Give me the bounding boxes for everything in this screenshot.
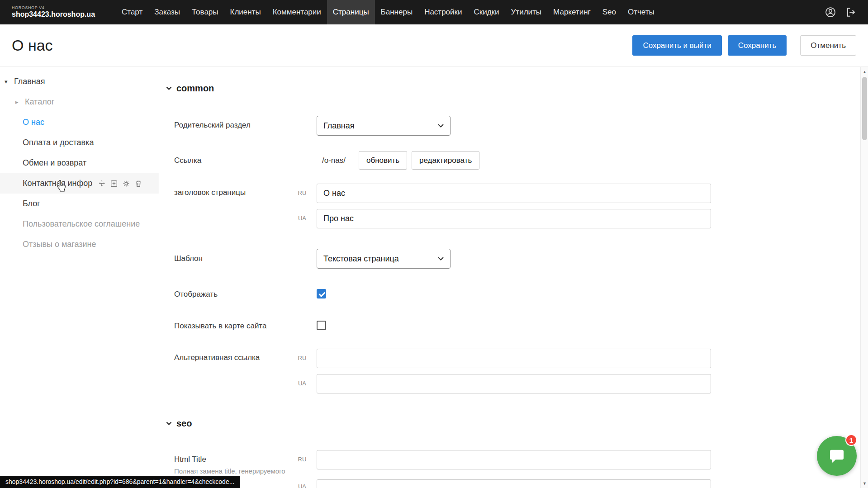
link-edit-button[interactable]: редактировать: [412, 151, 479, 170]
lang-ru-badge: RU: [294, 190, 311, 196]
collapse-chevron-icon: [166, 422, 172, 426]
tree-item-kontaktnaya-info[interactable]: Контактная инфор: [0, 173, 159, 194]
menu-item-clients[interactable]: Клиенты: [224, 0, 267, 24]
tree-item-label: Каталог: [25, 97, 54, 107]
lang-ru-badge: RU: [294, 456, 311, 463]
template-label: Шаблон: [174, 253, 203, 265]
html-title-label: Html Title: [174, 454, 206, 465]
lang-ua-badge: UA: [294, 380, 311, 387]
parent-section-label: Родительский раздел: [174, 119, 251, 131]
save-and-exit-button[interactable]: Сохранить и выйти: [632, 35, 721, 56]
main-menu: Старт Заказы Товары Клиенты Комментарии …: [116, 0, 660, 24]
page-title-field-label: заголовок страницы: [174, 187, 246, 199]
caret-right-icon[interactable]: ▸: [15, 99, 21, 105]
chat-unread-badge: 1: [845, 434, 857, 446]
lang-ua-badge: UA: [294, 215, 311, 222]
menu-item-seo[interactable]: Seo: [597, 0, 622, 24]
alt-link-ua-input[interactable]: [317, 374, 711, 393]
link-label: Ссылка: [174, 155, 201, 166]
add-page-icon[interactable]: [110, 180, 118, 188]
link-update-button[interactable]: обновить: [359, 151, 407, 170]
tree-item-store-reviews[interactable]: Отзывы о магазине: [0, 234, 159, 255]
collapse-chevron-icon: [166, 86, 172, 90]
link-path-value: /o-nas/: [322, 155, 346, 166]
display-label: Отображать: [174, 289, 218, 300]
tree-item-katalog[interactable]: ▸ Каталог: [0, 92, 159, 112]
brand-domain-label: shop34423.horoshop.ua: [12, 10, 95, 19]
pages-tree-sidebar: ▾ Главная ▸ Каталог О нас Оплата и доста…: [0, 67, 159, 488]
chevron-down-icon: [438, 257, 444, 261]
html-title-ru-input[interactable]: [317, 450, 711, 469]
page-header: О нас Сохранить и выйти Сохранить Отмени…: [0, 24, 868, 67]
alt-link-label: Альтернативная ссылка: [174, 352, 260, 364]
menu-item-start[interactable]: Старт: [116, 0, 148, 24]
caret-down-icon[interactable]: ▾: [5, 78, 10, 85]
tree-item-label: Пользовательское соглашение: [23, 219, 140, 229]
section-seo-header[interactable]: seo: [166, 418, 192, 429]
scrollbar-thumb[interactable]: [862, 77, 867, 140]
tree-item-o-nas[interactable]: О нас: [0, 112, 159, 133]
html-title-ua-input[interactable]: [317, 479, 711, 488]
chat-widget-button[interactable]: 1: [817, 436, 857, 476]
tree-item-label: О нас: [23, 118, 44, 127]
menu-item-reports[interactable]: Отчеты: [622, 0, 660, 24]
display-checkbox[interactable]: [317, 289, 326, 298]
html-title-hint: Полная замена title, генерируемого: [174, 467, 285, 476]
vertical-scrollbar[interactable]: ▲ ▼: [860, 67, 868, 488]
page-title-ru-input[interactable]: [317, 184, 711, 203]
menu-item-marketing[interactable]: Маркетинг: [547, 0, 597, 24]
template-select[interactable]: Текстовая страница: [317, 249, 451, 269]
delete-trash-icon[interactable]: [134, 180, 142, 188]
tree-item-label: Отзывы о магазине: [23, 240, 96, 249]
menu-item-utilities[interactable]: Утилиты: [505, 0, 548, 24]
tree-item-obmen-vozvrat[interactable]: Обмен и возврат: [0, 153, 159, 173]
cancel-button[interactable]: Отменить: [800, 35, 856, 56]
sitemap-label: Показывать в карте сайта: [174, 320, 266, 332]
tree-item-glavnaya[interactable]: ▾ Главная: [0, 71, 159, 92]
section-common-header[interactable]: common: [166, 83, 214, 94]
scroll-down-arrow[interactable]: ▼: [861, 479, 868, 487]
lang-ru-badge: RU: [294, 355, 311, 361]
chat-bubble-icon: [827, 447, 846, 465]
tree-item-label: Оплата и доставка: [23, 138, 94, 147]
tree-item-label: Блог: [23, 199, 40, 208]
header-buttons: Сохранить и выйти Сохранить Отменить: [632, 35, 856, 56]
menu-item-discounts[interactable]: Скидки: [468, 0, 505, 24]
menu-item-products[interactable]: Товары: [186, 0, 224, 24]
menu-item-orders[interactable]: Заказы: [148, 0, 186, 24]
menu-item-comments[interactable]: Комментарии: [267, 0, 327, 24]
page-title: О нас: [12, 37, 53, 54]
scroll-up-arrow[interactable]: ▲: [861, 68, 868, 76]
move-icon[interactable]: [98, 180, 106, 188]
save-button[interactable]: Сохранить: [728, 35, 787, 56]
page-title-ua-input[interactable]: [317, 209, 711, 228]
user-account-icon[interactable]: [825, 6, 836, 18]
menu-item-settings[interactable]: Настройки: [418, 0, 468, 24]
tree-item-label: Обмен и возврат: [23, 158, 86, 168]
alt-link-ru-input[interactable]: [317, 349, 711, 368]
menu-item-pages[interactable]: Страницы: [327, 0, 375, 24]
status-url-tooltip: shop34423.horoshop.ua/edit/edit.php?id=6…: [0, 476, 240, 488]
tree-item-actions: [98, 180, 142, 188]
topbar-right-actions: [825, 6, 857, 18]
tree-item-label: Главная: [14, 77, 45, 86]
tree-item-label: Контактная инфор: [23, 179, 92, 188]
lang-ua-badge: UA: [294, 483, 311, 488]
sitemap-checkbox[interactable]: [317, 321, 326, 330]
page-edit-form: common Родительский раздел Главная Ссылк…: [160, 67, 860, 488]
tree-item-oplata-dostavka[interactable]: Оплата и доставка: [0, 133, 159, 153]
section-common-title: common: [176, 83, 214, 94]
section-seo-title: seo: [176, 418, 192, 429]
settings-gear-icon[interactable]: [122, 180, 130, 188]
brand-logo[interactable]: HOROSHOP V4 shop34423.horoshop.ua: [12, 6, 95, 18]
parent-section-select[interactable]: Главная: [317, 116, 451, 136]
top-navigation-bar: HOROSHOP V4 shop34423.horoshop.ua Старт …: [0, 0, 868, 24]
menu-item-banners[interactable]: Баннеры: [375, 0, 419, 24]
chevron-down-icon: [438, 124, 444, 128]
parent-section-value: Главная: [323, 121, 355, 131]
logout-icon[interactable]: [845, 6, 857, 18]
brand-version-label: HOROSHOP V4: [12, 6, 95, 10]
tree-item-user-agreement[interactable]: Пользовательское соглашение: [0, 214, 159, 234]
template-value: Текстовая страница: [323, 254, 399, 264]
tree-item-blog[interactable]: Блог: [0, 194, 159, 214]
